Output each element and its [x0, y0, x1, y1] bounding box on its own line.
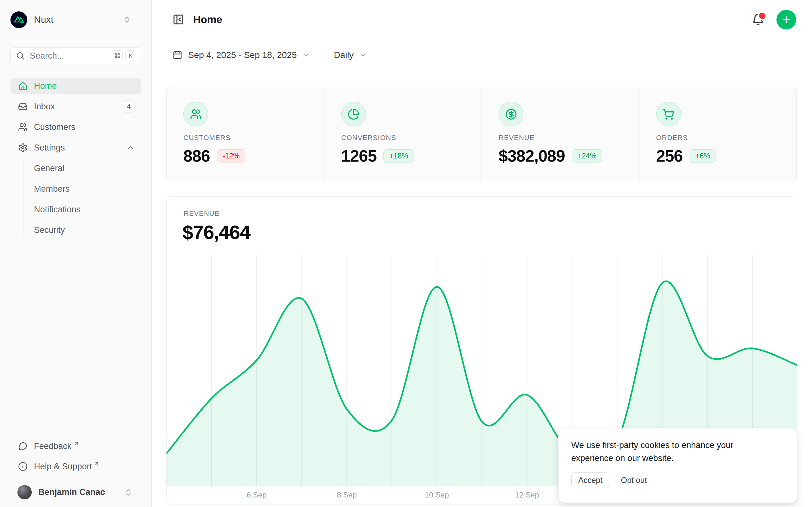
date-range-value: Sep 4, 2025 - Sep 18, 2025: [188, 50, 297, 60]
stat-value: 886: [183, 147, 210, 165]
page-title: Home: [193, 14, 222, 26]
sidebar-item-notifications[interactable]: Notifications: [23, 201, 141, 218]
stat-value: $382,089: [499, 147, 565, 165]
x-axis-label: 10 Sep: [425, 491, 449, 499]
stat-label: CONVERSIONS: [341, 134, 475, 142]
feedback-link[interactable]: Feedback: [10, 438, 141, 454]
sidebar-item-settings[interactable]: Settings: [10, 139, 141, 156]
stat-delta-badge: +6%: [690, 149, 716, 163]
inbox-count-badge: 4: [123, 101, 135, 112]
sub-list-rail: [23, 162, 23, 236]
inbox-icon: [18, 102, 28, 111]
sidebar-item-home[interactable]: Home: [10, 78, 141, 94]
calendar-icon: [172, 50, 183, 60]
search-icon: [15, 51, 25, 60]
info-circle-icon: [18, 462, 28, 471]
arrow-up-right-icon: [94, 461, 99, 466]
sidebar-nav: Home Inbox 4 Customers Settings: [10, 78, 141, 242]
chevron-up-icon: [126, 144, 135, 152]
pie-chart-icon: [341, 102, 366, 126]
stat-card-conversions: CONVERSIONS 1265 +18%: [324, 87, 482, 182]
sidebar: Nuxt Search... ⌘ K Home Inbox 4: [0, 0, 152, 507]
plus-icon: [781, 14, 792, 25]
shopping-cart-icon: [656, 102, 681, 126]
page-header: Home: [152, 0, 812, 39]
x-axis-label: 6 Sep: [247, 491, 267, 499]
chevron-down-icon: [302, 51, 310, 59]
avatar: [17, 485, 32, 499]
stat-value: 256: [656, 147, 683, 165]
x-axis-label: 8 Sep: [337, 491, 357, 499]
workspace-name: Nuxt: [34, 14, 54, 25]
settings-sub-list: General Members Notifications Security: [10, 160, 141, 238]
arrow-up-right-icon: [73, 441, 79, 446]
x-axis-label: 12 Sep: [515, 491, 539, 499]
sidebar-item-customers[interactable]: Customers: [10, 119, 141, 135]
revenue-panel-label: REVENUE: [184, 210, 219, 218]
help-support-link[interactable]: Help & Support: [10, 458, 141, 475]
circle-dollar-icon: [499, 102, 523, 126]
users-icon: [183, 102, 208, 126]
notifications-button[interactable]: [752, 13, 764, 26]
granularity-select[interactable]: Daily: [334, 50, 367, 60]
settings-gear-icon: [18, 143, 28, 153]
chevron-up-down-icon: [123, 15, 131, 24]
kbd-k: K: [125, 50, 136, 61]
chevron-up-down-icon: [124, 488, 133, 497]
users-icon: [18, 122, 28, 132]
stats-row: CUSTOMERS 886 -12% CONVERSIONS 1265 +18%…: [166, 87, 797, 182]
cookie-banner: We use first-party cookies to enhance yo…: [558, 428, 797, 503]
stat-label: REVENUE: [499, 134, 633, 142]
sidebar-item-security[interactable]: Security: [23, 222, 141, 238]
sidebar-footer: Feedback Help & Support Benjamin Canac: [0, 438, 151, 507]
nuxt-logo-icon: [10, 11, 27, 28]
user-menu[interactable]: Benjamin Canac: [0, 480, 151, 507]
home-icon: [18, 81, 28, 91]
search-input[interactable]: Search... ⌘ K: [10, 47, 141, 64]
cookie-message: We use first-party cookies to enhance yo…: [571, 439, 755, 465]
date-range-picker[interactable]: Sep 4, 2025 - Sep 18, 2025: [172, 50, 310, 60]
opt-out-button[interactable]: Opt out: [621, 473, 647, 488]
sidebar-item-inbox[interactable]: Inbox 4: [10, 98, 141, 115]
stat-label: ORDERS: [656, 134, 791, 142]
stat-value: 1265: [341, 147, 377, 165]
user-name: Benjamin Canac: [38, 487, 105, 497]
search-shortcut: ⌘ K: [112, 50, 136, 61]
filters-row: Sep 4, 2025 - Sep 18, 2025 Daily: [152, 39, 812, 71]
collapse-sidebar-button[interactable]: [172, 14, 184, 25]
stat-delta-badge: -12%: [217, 149, 246, 163]
kbd-cmd: ⌘: [112, 50, 123, 61]
accept-button[interactable]: Accept: [571, 472, 609, 488]
chevron-down-icon: [359, 51, 367, 59]
add-button[interactable]: [776, 10, 796, 30]
notification-dot: [758, 11, 767, 20]
message-bubble-icon: [18, 441, 28, 451]
revenue-panel-value: $76,464: [183, 221, 250, 243]
sidebar-item-general[interactable]: General: [23, 160, 141, 176]
stat-delta-badge: +18%: [384, 149, 414, 163]
stat-delta-badge: +24%: [572, 149, 602, 163]
stat-card-revenue: REVENUE $382,089 +24%: [481, 87, 639, 182]
stat-card-customers: CUSTOMERS 886 -12%: [166, 87, 324, 182]
granularity-value: Daily: [334, 50, 354, 60]
search-placeholder: Search...: [30, 51, 64, 61]
workspace-switcher[interactable]: Nuxt: [10, 11, 141, 29]
sidebar-item-members[interactable]: Members: [23, 181, 141, 197]
stat-card-orders: ORDERS 256 +6%: [639, 87, 797, 182]
stat-label: CUSTOMERS: [183, 134, 318, 142]
